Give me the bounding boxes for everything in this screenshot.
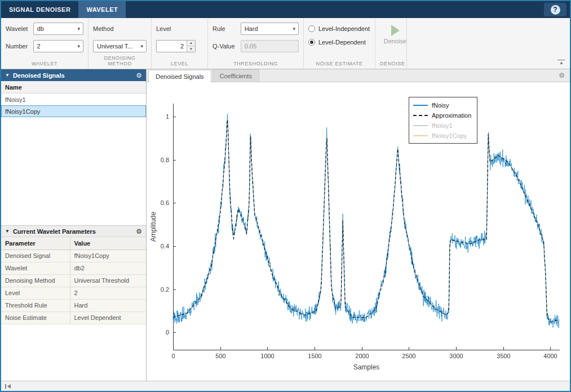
help-icon: ?	[551, 5, 560, 15]
qvalue-input[interactable]: 0.05	[241, 40, 299, 52]
param-value: Universal Threshold	[70, 274, 146, 287]
plot-legend[interactable]: fNoisy Approximation fNoisy1 fNoisy1Copy	[409, 97, 477, 144]
signal-plot-canvas[interactable]	[147, 82, 570, 381]
section-label-denoise: DENOISE	[380, 60, 402, 68]
level-spinner-value: 2	[157, 41, 187, 52]
number-label: Number	[6, 43, 30, 50]
signal-row-fnoisy1[interactable]: fNoisy1	[1, 93, 146, 105]
param-name: Level	[1, 287, 70, 299]
toolstrip-section-level: Level 2 ▲ ▼ LEVEL	[152, 18, 208, 69]
radio-level-independent[interactable]: Level-Independent	[308, 23, 370, 34]
parameters-col-header: Parameter	[1, 237, 70, 250]
denoised-signals-header[interactable]: ▼ Denoised Signals ⚙	[1, 69, 146, 81]
document-tab-bar: Denoised Signals Coefficients ⚙	[147, 69, 570, 82]
table-row: Noise Estimate Level Dependent	[1, 311, 146, 324]
method-label: Method	[93, 25, 114, 32]
collapse-toolstrip-button[interactable]: ▲	[557, 60, 565, 66]
tab-denoised-signals[interactable]: Denoised Signals	[148, 70, 211, 82]
gear-icon[interactable]: ⚙	[136, 228, 142, 235]
play-icon	[391, 25, 400, 36]
rule-dropdown[interactable]: Hard ▾	[241, 23, 299, 35]
toolstrip-section-denoising-method: Method Universal T... ▾ DENOISING METHOD	[88, 18, 152, 69]
status-bar	[1, 381, 570, 391]
tab-coefficients[interactable]: Coefficients	[213, 69, 259, 82]
app-tab-bar: SIGNAL DENOISER WAVELET ?	[1, 1, 570, 18]
wavelet-label: Wavelet	[6, 25, 30, 32]
table-row: Threshold Rule Hard	[1, 299, 146, 311]
section-label-noise-estimate: NOISE ESTIMATE	[308, 60, 370, 68]
number-dropdown-value: 2	[37, 43, 41, 50]
denoise-button-label: Denoise	[384, 38, 406, 44]
spinner-down-icon[interactable]: ▼	[187, 46, 195, 52]
chevron-down-icon: ▾	[77, 26, 80, 32]
chevron-down-icon: ▾	[77, 43, 80, 49]
toolstrip-section-thresholding: Rule Hard ▾ Q-Value 0.05 THRESHOLDING	[208, 18, 304, 69]
legend-label: fNoisy1Copy	[432, 132, 467, 139]
table-row: Denoising Method Universal Threshold	[1, 274, 146, 287]
param-name: Noise Estimate	[1, 311, 70, 324]
chevron-down-icon: ▾	[140, 43, 143, 49]
section-label-thresholding: THRESHOLDING	[213, 60, 299, 68]
rule-dropdown-value: Hard	[245, 25, 258, 32]
signal-row-fnoisy1copy[interactable]: fNoisy1Copy	[1, 105, 146, 117]
toolstrip-section-wavelet: Wavelet db ▾ Number 2 ▾ WAVELET	[1, 18, 88, 69]
param-name: Threshold Rule	[1, 299, 70, 311]
gear-icon[interactable]: ⚙	[559, 72, 565, 79]
collapse-panel-icon[interactable]	[4, 384, 12, 389]
param-value: 2	[70, 287, 146, 299]
radio-level-independent-label: Level-Independent	[318, 25, 370, 32]
section-label-wavelet: WAVELET	[6, 60, 83, 68]
legend-entry-fnoisy1[interactable]: fNoisy1	[413, 121, 471, 130]
help-area: ?	[541, 1, 570, 18]
param-value: db2	[70, 262, 146, 274]
param-name: Denoising Method	[1, 274, 70, 287]
legend-entry-fnoisy[interactable]: fNoisy	[413, 100, 471, 110]
legend-label: Approximation	[432, 112, 471, 119]
radio-level-dependent[interactable]: Level-Dependent	[308, 37, 370, 47]
legend-line-sample	[413, 105, 428, 106]
param-value: Hard	[70, 299, 146, 311]
wavelet-dropdown[interactable]: db ▾	[33, 23, 83, 35]
rule-label: Rule	[213, 25, 237, 32]
radio-icon[interactable]	[308, 39, 315, 46]
gear-icon[interactable]: ⚙	[136, 72, 142, 79]
collapse-triangle-icon[interactable]: ▼	[5, 73, 10, 78]
signals-name-header: Name	[1, 81, 146, 93]
denoise-button[interactable]: Denoise	[380, 22, 410, 44]
legend-line-sample	[413, 135, 428, 136]
help-button[interactable]: ?	[544, 3, 566, 16]
wavelet-parameters-title: Current Wavelet Parameters	[13, 228, 96, 235]
left-panel: ▼ Denoised Signals ⚙ Name fNoisy1 fNoisy…	[1, 69, 147, 381]
legend-entry-approximation[interactable]: Approximation	[413, 110, 471, 120]
radio-level-dependent-label: Level-Dependent	[318, 39, 366, 46]
method-dropdown-value: Universal T...	[97, 43, 132, 50]
toolstrip-section-denoise: Denoise DENOISE	[375, 18, 407, 69]
tab-wavelet[interactable]: WAVELET	[78, 1, 126, 18]
method-dropdown[interactable]: Universal T... ▾	[93, 40, 147, 52]
signals-empty-area	[1, 117, 146, 225]
level-spinner[interactable]: 2 ▲ ▼	[156, 40, 196, 52]
chevron-down-icon: ▾	[293, 26, 295, 32]
param-name: Wavelet	[1, 262, 70, 274]
tab-signal-denoiser[interactable]: SIGNAL DENOISER	[1, 1, 78, 18]
spinner-up-icon[interactable]: ▲	[187, 41, 195, 47]
legend-label: fNoisy	[432, 102, 449, 109]
app-window: SIGNAL DENOISER WAVELET ? Wavelet db ▾ N…	[0, 0, 571, 392]
denoised-signals-panel: ▼ Denoised Signals ⚙ Name fNoisy1 fNoisy…	[1, 69, 146, 225]
legend-line-sample	[413, 115, 428, 116]
content-area: ▼ Denoised Signals ⚙ Name fNoisy1 fNoisy…	[1, 69, 570, 381]
collapse-triangle-icon[interactable]: ▼	[5, 229, 10, 234]
number-dropdown[interactable]: 2 ▾	[33, 40, 83, 52]
plot-area: fNoisy Approximation fNoisy1 fNoisy1Copy	[147, 82, 570, 381]
value-col-header: Value	[70, 237, 146, 250]
param-value: fNoisy1Copy	[70, 250, 146, 262]
table-row: Wavelet db2	[1, 262, 146, 274]
wavelet-parameters-header[interactable]: ▼ Current Wavelet Parameters ⚙	[1, 225, 146, 237]
table-row: Level 2	[1, 287, 146, 299]
legend-entry-fnoisy1copy[interactable]: fNoisy1Copy	[413, 131, 471, 140]
legend-label: fNoisy1	[432, 122, 453, 129]
param-value: Level Dependent	[70, 311, 146, 324]
section-label-denoising-method: DENOISING METHOD	[93, 54, 147, 68]
table-row: Denoised Signal fNoisy1Copy	[1, 250, 146, 262]
radio-icon[interactable]	[308, 25, 315, 32]
